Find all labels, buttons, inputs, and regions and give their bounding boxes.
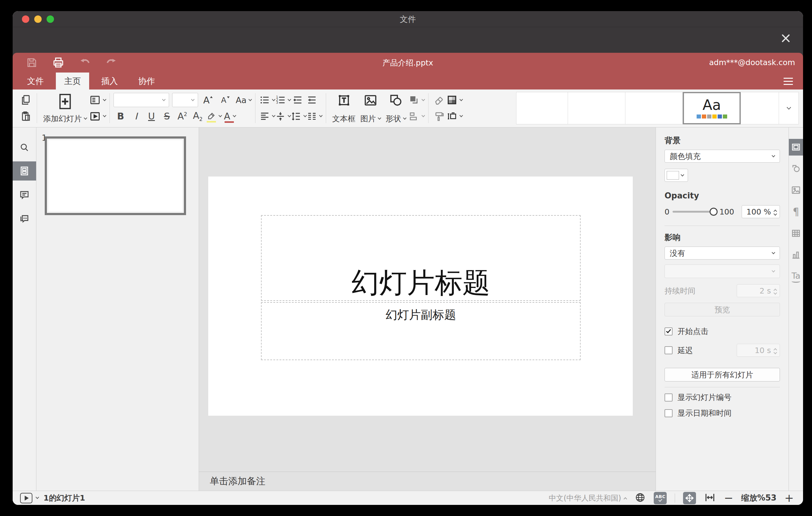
tab-home[interactable]: 主页 [56, 73, 89, 89]
change-case-icon[interactable]: Aa [236, 93, 252, 107]
add-slide-button[interactable]: 添加幻灯片 [41, 92, 89, 124]
slide[interactable]: 幻灯片标题 幻灯片副标题 [208, 176, 633, 416]
background-fill-select[interactable]: 颜色填充 [665, 150, 780, 163]
undo-icon[interactable] [78, 56, 92, 69]
horizontal-align-icon[interactable] [259, 109, 275, 124]
maximize-window-button[interactable] [47, 16, 54, 23]
theme-thumbnail[interactable] [625, 92, 683, 124]
bold-icon[interactable]: B [114, 109, 128, 124]
font-name-select[interactable] [114, 93, 169, 107]
spell-check-icon[interactable]: ABC [654, 492, 667, 504]
close-icon[interactable] [779, 31, 792, 45]
decrease-font-icon[interactable]: A [219, 93, 233, 107]
copy-style-icon[interactable] [432, 109, 446, 124]
apply-to-all-button[interactable]: 适用于所有幻灯片 [665, 368, 780, 381]
preview-button: 预览 [665, 303, 780, 316]
language-selector[interactable]: 中文(中华人民共和国) [549, 493, 627, 503]
show-date-time-checkbox[interactable] [665, 409, 672, 417]
slide-thumbnail-selected[interactable] [45, 136, 186, 215]
delay-input: 10 s [737, 344, 780, 357]
color-scheme-icon[interactable] [446, 93, 462, 107]
slideshow-options-chevron-icon[interactable] [35, 495, 39, 499]
theme-gallery-expand[interactable] [779, 92, 799, 124]
show-date-time-row[interactable]: 显示日期和时间 [665, 408, 780, 418]
slides-panel-icon[interactable] [13, 162, 36, 180]
clear-style-icon[interactable] [432, 93, 446, 107]
notes-area[interactable]: 单击添加备注 [199, 471, 656, 491]
close-window-button[interactable] [22, 16, 29, 23]
slide-counter: 1的幻灯片1 [44, 493, 85, 503]
zoom-in-button[interactable]: + [785, 492, 794, 504]
fill-color-button[interactable] [665, 169, 688, 182]
italic-icon[interactable]: I [129, 109, 143, 124]
numbered-list-icon[interactable]: 123 [275, 93, 291, 107]
slide-size-icon[interactable] [446, 109, 462, 124]
redo-icon[interactable] [105, 56, 118, 69]
chart-settings-icon[interactable] [789, 249, 803, 261]
comments-icon[interactable] [13, 189, 36, 201]
tab-insert[interactable]: 插入 [93, 73, 126, 89]
increase-indent-icon[interactable] [305, 93, 319, 107]
font-color-icon[interactable]: A [223, 109, 237, 124]
increase-font-icon[interactable]: A [201, 93, 215, 107]
font-size-select[interactable] [172, 93, 198, 107]
effect-select[interactable]: 没有 [665, 247, 780, 260]
chat-icon[interactable] [13, 213, 36, 225]
start-on-click-checkbox[interactable] [665, 327, 672, 336]
tab-collaboration[interactable]: 协作 [130, 73, 163, 89]
shape-settings-icon[interactable] [789, 162, 803, 175]
align-shape-icon[interactable] [408, 109, 425, 124]
line-spacing-icon[interactable] [291, 109, 306, 124]
theme-thumbnail-selected[interactable]: Aa [683, 92, 741, 124]
show-slide-number-checkbox[interactable] [665, 394, 672, 402]
start-slideshow-status-icon[interactable] [20, 493, 32, 503]
image-button[interactable]: 图片 [358, 92, 383, 124]
opacity-input[interactable]: 100 % [742, 205, 780, 218]
shape-button[interactable]: 形状 [383, 92, 408, 124]
delay-label: 延迟 [677, 345, 693, 355]
opacity-slider[interactable] [672, 211, 716, 212]
fit-to-slide-icon[interactable] [683, 492, 696, 504]
image-settings-icon[interactable] [789, 184, 803, 196]
save-icon[interactable] [25, 56, 38, 69]
bullet-list-icon[interactable] [259, 93, 275, 107]
title-placeholder[interactable]: 幻灯片标题 [261, 215, 581, 301]
fit-to-width-icon[interactable] [704, 492, 716, 505]
highlight-color-icon[interactable] [206, 109, 222, 124]
delay-checkbox[interactable] [665, 346, 672, 354]
print-icon[interactable] [52, 56, 65, 69]
subtitle-placeholder[interactable]: 幻灯片副标题 [261, 302, 581, 360]
search-icon[interactable] [13, 141, 36, 154]
theme-thumbnail[interactable] [741, 92, 779, 124]
superscript-icon[interactable]: A2 [175, 109, 190, 124]
delay-row[interactable]: 延迟 [665, 345, 693, 355]
slide-settings-icon[interactable] [789, 139, 803, 155]
paragraph-settings-icon[interactable]: ¶ [789, 205, 803, 218]
slide-layout-icon[interactable] [89, 93, 106, 107]
copy-icon[interactable] [19, 93, 33, 107]
menu-icon[interactable] [782, 76, 794, 87]
text-box-button[interactable]: 文本框 [330, 92, 358, 124]
start-slideshow-icon[interactable] [89, 109, 106, 124]
table-settings-icon[interactable] [789, 227, 803, 239]
theme-thumbnail[interactable] [568, 92, 625, 124]
subscript-icon[interactable]: A2 [191, 109, 205, 124]
vertical-align-icon[interactable] [275, 109, 291, 124]
zoom-out-button[interactable]: − [724, 492, 733, 504]
paste-icon[interactable] [19, 109, 33, 124]
decrease-indent-icon[interactable] [291, 93, 305, 107]
start-on-click-row[interactable]: 开始点击 [665, 326, 780, 336]
theme-thumbnail[interactable] [516, 92, 568, 124]
minimize-window-button[interactable] [34, 16, 42, 23]
document-language-icon[interactable] [635, 492, 646, 504]
slide-canvas[interactable]: 幻灯片标题 幻灯片副标题 [199, 127, 656, 471]
strikeout-icon[interactable]: S [160, 109, 174, 124]
columns-icon[interactable] [306, 109, 322, 124]
traffic-lights [22, 16, 54, 23]
tab-file[interactable]: 文件 [19, 73, 52, 89]
show-slide-number-row[interactable]: 显示幻灯片编号 [665, 392, 780, 402]
opacity-slider-knob[interactable] [709, 208, 718, 216]
textart-settings-icon[interactable]: Ta [789, 271, 803, 283]
underline-icon[interactable]: U [144, 109, 158, 124]
arrange-shape-icon[interactable] [408, 93, 425, 107]
